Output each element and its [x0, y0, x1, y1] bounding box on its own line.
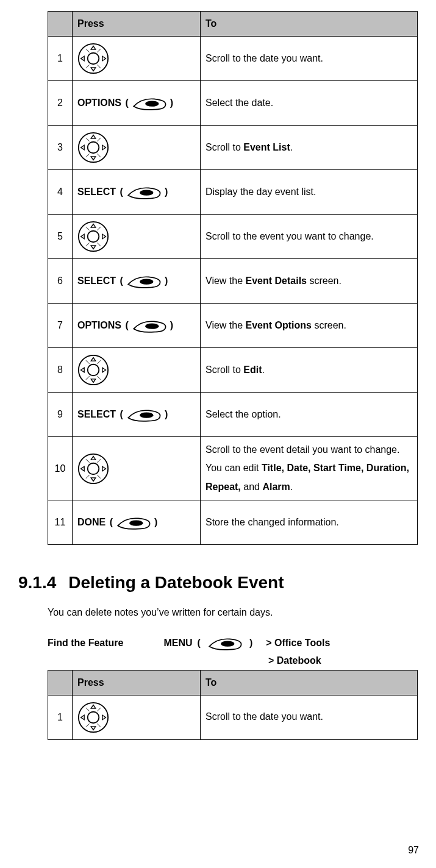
press-cell: SELECT ( ) — [73, 170, 201, 215]
table-row: 3 Scroll to Event List. — [48, 126, 418, 170]
press-cell — [73, 437, 201, 500]
col-num-header — [48, 12, 73, 37]
table-header-row: Press To — [48, 12, 418, 37]
press-cell — [73, 348, 201, 393]
soft-key-icon — [131, 319, 168, 334]
table-row: 10 Scroll to the event detail you want t… — [48, 437, 418, 500]
table-row: 4 SELECT ( ) Display the day event list. — [48, 170, 418, 215]
step-number: 3 — [48, 126, 73, 170]
step-number: 1 — [48, 37, 73, 81]
col-press-header: Press — [73, 670, 201, 695]
press-key-label: OPTIONS — [77, 98, 121, 108]
to-cell: Scroll to Event List. — [201, 126, 418, 170]
to-cell: Scroll to Edit. — [201, 348, 418, 393]
to-cell: Scroll to the date you want. — [201, 695, 418, 739]
menu-label: MENU — [163, 638, 192, 649]
press-cell: OPTIONS ( ) — [73, 304, 201, 348]
step-number: 10 — [48, 437, 73, 500]
table-row: 9 SELECT ( ) Select the option. — [48, 393, 418, 437]
press-cell: SELECT ( ) — [73, 259, 201, 304]
soft-key-icon — [126, 186, 162, 201]
press-cell — [73, 126, 201, 170]
col-press-header: Press — [73, 12, 201, 37]
table-row: 1 Scroll to the date you want. — [48, 695, 418, 739]
soft-key-icon — [126, 275, 162, 290]
press-key-label: SELECT — [77, 276, 116, 286]
section-body: You can delete notes you’ve written for … — [48, 603, 418, 622]
soft-key-icon — [131, 97, 168, 112]
to-cell: Select the date. — [201, 81, 418, 126]
press-key-label: SELECT — [77, 187, 116, 197]
table-row: 11 DONE ( ) Store the changed informatio… — [48, 500, 418, 545]
navigation-key-icon — [77, 702, 109, 733]
to-cell: Store the changed information. — [201, 500, 418, 545]
page: Press To 1 Scroll to the date you want. … — [0, 0, 436, 868]
press-cell — [73, 37, 201, 81]
section-number: 9.1.4 — [18, 573, 56, 592]
step-number: 1 — [48, 695, 73, 739]
steps-table-2: Press To 1 Scroll to the date you want. — [48, 670, 418, 740]
to-cell: View the Event Options screen. — [201, 304, 418, 348]
navigation-key-icon — [77, 354, 109, 386]
navigation-key-icon — [77, 221, 109, 252]
step-number: 7 — [48, 304, 73, 348]
to-cell: Select the option. — [201, 393, 418, 437]
soft-key-icon — [207, 637, 243, 652]
table-row: 7 OPTIONS ( ) View the Event Options scr… — [48, 304, 418, 348]
navigation-key-icon — [77, 43, 109, 74]
press-key-label: OPTIONS — [77, 320, 121, 331]
table-row: 5 Scroll to the event you want to change… — [48, 215, 418, 259]
section-heading: 9.1.4 Deleting a Datebook Event — [18, 573, 418, 592]
soft-key-icon — [126, 408, 162, 423]
table-row: 1 Scroll to the date you want. — [48, 37, 418, 81]
press-cell: OPTIONS ( ) — [73, 81, 201, 126]
page-number: 97 — [408, 845, 419, 856]
soft-key-icon — [115, 516, 152, 531]
to-cell: Scroll to the event you want to change. — [201, 215, 418, 259]
press-cell: DONE ( ) — [73, 500, 201, 545]
to-cell: Scroll to the event detail you want to c… — [201, 437, 418, 500]
press-key-label: DONE — [77, 517, 105, 528]
press-key-label: SELECT — [77, 409, 116, 420]
breadcrumb-2: > Datebook — [268, 655, 418, 666]
step-number: 4 — [48, 170, 73, 215]
find-the-feature-label: Find the Feature — [48, 638, 123, 649]
step-number: 6 — [48, 259, 73, 304]
step-number: 8 — [48, 348, 73, 393]
table-row: 6 SELECT ( ) View the Event Details scre… — [48, 259, 418, 304]
table-header-row: Press To — [48, 670, 418, 695]
col-num-header — [48, 670, 73, 695]
col-to-header: To — [201, 670, 418, 695]
table-row: 2 OPTIONS ( ) Select the date. — [48, 81, 418, 126]
press-cell: SELECT ( ) — [73, 393, 201, 437]
section-title: Deleting a Datebook Event — [68, 573, 284, 592]
press-cell — [73, 695, 201, 739]
navigation-key-icon — [77, 453, 109, 485]
navigation-key-icon — [77, 132, 109, 163]
find-the-feature: Find the Feature MENU ( ) > Office Tools — [48, 637, 418, 649]
step-number: 11 — [48, 500, 73, 545]
step-number: 2 — [48, 81, 73, 126]
step-number: 5 — [48, 215, 73, 259]
to-cell: View the Event Details screen. — [201, 259, 418, 304]
col-to-header: To — [201, 12, 418, 37]
table-row: 8 Scroll to Edit. — [48, 348, 418, 393]
press-cell — [73, 215, 201, 259]
step-number: 9 — [48, 393, 73, 437]
to-cell: Scroll to the date you want. — [201, 37, 418, 81]
breadcrumb-1: > Office Tools — [266, 638, 330, 649]
to-cell: Display the day event list. — [201, 170, 418, 215]
steps-table-1: Press To 1 Scroll to the date you want. … — [48, 11, 418, 545]
